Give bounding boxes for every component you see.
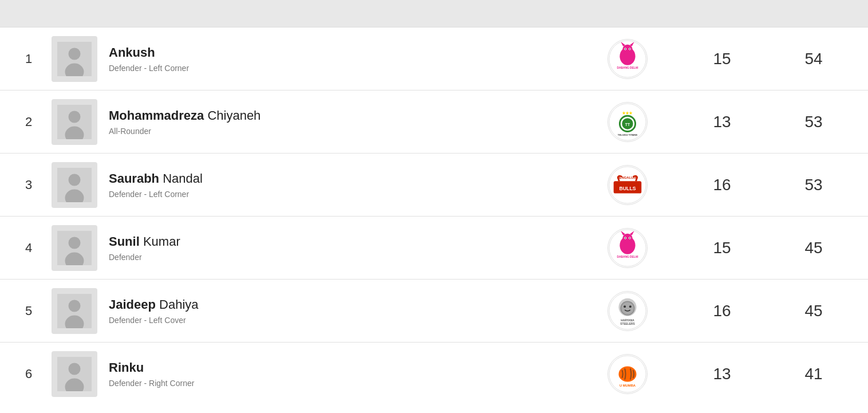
svg-text:TT: TT bbox=[625, 122, 630, 126]
svg-point-10 bbox=[625, 48, 626, 49]
player-role: Defender - Left Corner bbox=[109, 190, 203, 199]
svg-point-1 bbox=[69, 48, 81, 60]
svg-text:DABANG DELHI: DABANG DELHI bbox=[617, 255, 638, 258]
player-role: Defender - Right Corner bbox=[109, 379, 194, 388]
player-info: Ankush Defender - Left Corner bbox=[46, 36, 582, 82]
player-avatar bbox=[52, 99, 97, 145]
svg-text:DABANG DELHI: DABANG DELHI bbox=[617, 66, 638, 69]
table-row: 5 Jaideep Dahiya Defender - Left Cover bbox=[0, 280, 868, 343]
player-avatar bbox=[52, 36, 97, 82]
rank-cell: 2 bbox=[11, 115, 46, 129]
player-text: Ankush Defender - Left Corner bbox=[109, 45, 189, 73]
team-cell: ★ ★ ★ TT TELUGU TITANS bbox=[582, 102, 673, 142]
svg-point-42 bbox=[629, 237, 630, 238]
tackle-cell: 45 bbox=[771, 239, 857, 257]
matches-cell: 16 bbox=[673, 302, 771, 320]
team-logo: BULLS BENGALURU bbox=[607, 165, 648, 205]
rank-cell: 1 bbox=[11, 52, 46, 66]
player-role: Defender - Left Cover bbox=[109, 316, 199, 325]
player-avatar bbox=[52, 162, 97, 208]
matches-cell: 15 bbox=[673, 50, 771, 68]
svg-point-11 bbox=[629, 48, 630, 49]
svg-text:U MUMBA: U MUMBA bbox=[620, 384, 636, 387]
player-info: Sunil Kumar Defender bbox=[46, 225, 582, 271]
team-logo: U MUMBA bbox=[607, 354, 648, 394]
team-cell: DABANG DELHI bbox=[582, 228, 673, 268]
tackle-cell: 53 bbox=[771, 113, 857, 131]
player-name: Rinku bbox=[109, 360, 194, 375]
table-body: 1 Ankush Defender - Left Corner bbox=[0, 27, 868, 406]
svg-point-51 bbox=[624, 305, 626, 308]
svg-point-50 bbox=[621, 302, 633, 314]
matches-cell: 16 bbox=[673, 176, 771, 194]
leaderboard-table: 1 Ankush Defender - Left Corner bbox=[0, 0, 868, 406]
matches-cell: 13 bbox=[673, 365, 771, 383]
tackle-cell: 53 bbox=[771, 176, 857, 194]
team-cell: DABANG DELHI bbox=[582, 39, 673, 79]
player-info: Jaideep Dahiya Defender - Left Cover bbox=[46, 288, 582, 334]
rank-cell: 4 bbox=[11, 241, 46, 255]
player-first-name: Ankush bbox=[109, 45, 155, 60]
player-text: Jaideep Dahiya Defender - Left Cover bbox=[109, 297, 199, 325]
svg-point-45 bbox=[69, 300, 81, 312]
team-logo: DABANG DELHI bbox=[607, 228, 648, 268]
table-row: 4 Sunil Kumar Defender bbox=[0, 217, 868, 280]
player-first-name: Rinku bbox=[109, 360, 144, 375]
svg-point-52 bbox=[629, 305, 632, 308]
svg-text:TELUGU TITANS: TELUGU TITANS bbox=[618, 133, 638, 136]
player-last-name: Kumar bbox=[143, 234, 180, 249]
team-logo: DABANG DELHI bbox=[607, 39, 648, 79]
player-name: Saurabh Nandal bbox=[109, 171, 203, 186]
player-name: Sunil Kumar bbox=[109, 234, 180, 249]
svg-text:★: ★ bbox=[629, 111, 633, 116]
svg-point-14 bbox=[69, 111, 81, 123]
player-avatar bbox=[52, 351, 97, 397]
matches-cell: 15 bbox=[673, 239, 771, 257]
rank-cell: 5 bbox=[11, 304, 46, 318]
tackle-cell: 45 bbox=[771, 302, 857, 320]
player-role: Defender bbox=[109, 253, 180, 262]
table-row: 2 Mohammadreza Chiyaneh All-Rounder ★ bbox=[0, 91, 868, 154]
player-last-name: Nandal bbox=[163, 171, 203, 186]
player-name: Mohammadreza Chiyaneh bbox=[109, 108, 261, 123]
table-row: 1 Ankush Defender - Left Corner bbox=[0, 27, 868, 91]
player-text: Saurabh Nandal Defender - Left Corner bbox=[109, 171, 203, 199]
player-text: Sunil Kumar Defender bbox=[109, 234, 180, 262]
player-avatar bbox=[52, 225, 97, 271]
player-first-name: Jaideep bbox=[109, 297, 156, 312]
player-last-name: Dahiya bbox=[159, 297, 198, 312]
player-last-name: Chiyaneh bbox=[207, 108, 261, 123]
svg-point-41 bbox=[625, 237, 626, 238]
svg-text:BULLS: BULLS bbox=[619, 185, 636, 191]
svg-point-25 bbox=[69, 174, 81, 186]
player-text: Mohammadreza Chiyaneh All-Rounder bbox=[109, 108, 261, 136]
rank-cell: 3 bbox=[11, 178, 46, 192]
player-info: Rinku Defender - Right Corner bbox=[46, 351, 582, 397]
player-first-name: Saurabh bbox=[109, 171, 159, 186]
player-first-name: Mohammadreza bbox=[109, 108, 204, 123]
player-avatar bbox=[52, 288, 97, 334]
table-row: 3 Saurabh Nandal Defender - Left Corner … bbox=[0, 154, 868, 217]
svg-point-5 bbox=[622, 44, 632, 54]
player-role: All-Rounder bbox=[109, 127, 261, 136]
player-first-name: Sunil bbox=[109, 234, 140, 249]
player-info: Mohammadreza Chiyaneh All-Rounder bbox=[46, 99, 582, 145]
svg-point-36 bbox=[622, 233, 632, 243]
matches-cell: 13 bbox=[673, 113, 771, 131]
team-cell: BULLS BENGALURU bbox=[582, 165, 673, 205]
player-name: Jaideep Dahiya bbox=[109, 297, 199, 312]
svg-text:HARYANA: HARYANA bbox=[621, 319, 634, 322]
team-cell: U MUMBA bbox=[582, 354, 673, 394]
svg-text:STEELERS: STEELERS bbox=[620, 322, 635, 325]
tackle-cell: 41 bbox=[771, 365, 857, 383]
svg-point-32 bbox=[69, 237, 81, 249]
team-cell: HARYANA STEELERS bbox=[582, 291, 673, 331]
tackle-cell: 54 bbox=[771, 50, 857, 68]
svg-point-56 bbox=[69, 363, 81, 375]
player-info: Saurabh Nandal Defender - Left Corner bbox=[46, 162, 582, 208]
table-row: 6 Rinku Defender - Right Corner bbox=[0, 343, 868, 406]
table-header bbox=[0, 0, 868, 27]
team-logo: ★ ★ ★ TT TELUGU TITANS bbox=[607, 102, 648, 142]
player-role: Defender - Left Corner bbox=[109, 64, 189, 73]
player-text: Rinku Defender - Right Corner bbox=[109, 360, 194, 388]
